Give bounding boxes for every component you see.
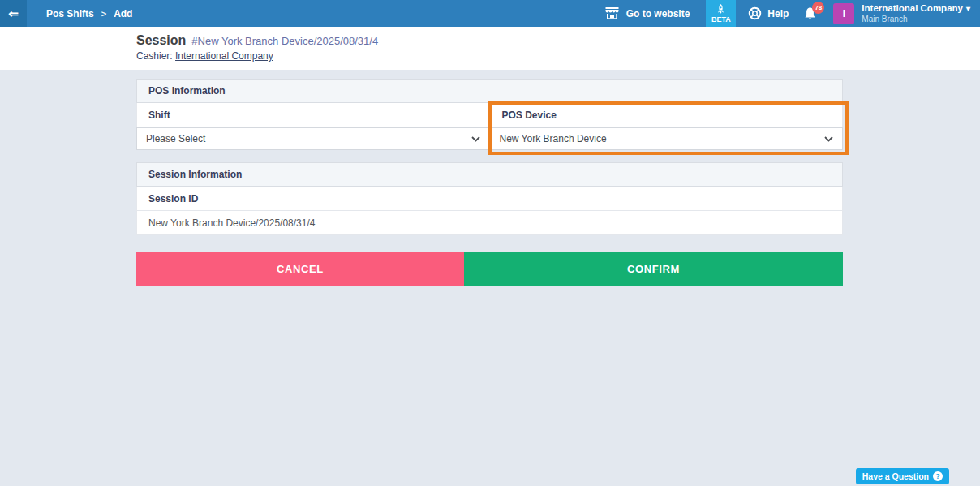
breadcrumb: Pos Shifts > Add xyxy=(46,8,132,19)
user-company-name: International Company▾ xyxy=(862,2,970,15)
pos-device-select[interactable]: New York Branch Device xyxy=(490,127,844,150)
user-menu[interactable]: I International Company▾ Main Branch xyxy=(833,2,970,24)
breadcrumb-pos-shifts[interactable]: Pos Shifts xyxy=(46,8,94,19)
session-id-label: Session ID xyxy=(136,187,843,211)
session-information-header: Session Information xyxy=(136,162,843,187)
user-text: International Company▾ Main Branch xyxy=(862,2,970,24)
beta-label: BETA xyxy=(711,15,731,24)
chevron-down-icon xyxy=(824,136,833,142)
topbar-right: Go to website BETA xyxy=(604,0,980,27)
storefront-icon xyxy=(604,7,620,19)
caret-down-icon: ▾ xyxy=(966,4,970,13)
chevron-down-icon xyxy=(471,136,480,142)
lifebuoy-icon xyxy=(748,6,762,20)
shift-select-value: Please Select xyxy=(146,133,205,144)
pos-information-header: POS Information xyxy=(136,79,843,103)
notification-count-badge: 78 xyxy=(812,2,824,14)
session-information-panel: Session Information Session ID New York … xyxy=(136,162,843,235)
pos-information-panel: POS Information Shift POS Device Please … xyxy=(136,79,843,150)
help-label: Help xyxy=(767,8,789,19)
cashier-link[interactable]: International Company xyxy=(175,50,273,62)
top-bar: ⇐ Pos Shifts > Add Go to website xyxy=(0,0,980,27)
have-a-question-button[interactable]: Have a Question ? xyxy=(856,468,949,484)
pos-device-select-value: New York Branch Device xyxy=(500,133,607,144)
go-to-website-label: Go to website xyxy=(626,8,690,19)
cashier-line: Cashier: International Company xyxy=(136,50,980,62)
user-branch-name: Main Branch xyxy=(862,15,970,25)
rocket-icon xyxy=(716,4,725,15)
pos-device-label: POS Device xyxy=(490,103,844,127)
confirm-button[interactable]: CONFIRM xyxy=(464,252,843,286)
action-buttons: CANCEL CONFIRM xyxy=(136,252,843,286)
shift-select[interactable]: Please Select xyxy=(136,127,490,150)
session-reference: #New York Branch Device/2025/08/31/4 xyxy=(191,35,378,47)
breadcrumb-add: Add xyxy=(114,8,132,19)
page-title: Session xyxy=(136,33,186,48)
shift-label: Shift xyxy=(136,103,490,127)
cancel-button[interactable]: CANCEL xyxy=(136,252,464,286)
session-id-value: New York Branch Device/2025/08/31/4 xyxy=(136,211,843,235)
collapse-menu-button[interactable]: ⇐ xyxy=(0,0,27,27)
avatar: I xyxy=(833,3,854,24)
question-mark-icon: ? xyxy=(933,471,943,481)
help-button[interactable]: Help xyxy=(748,6,789,20)
go-to-website-button[interactable]: Go to website xyxy=(604,7,690,19)
back-arrow-icon: ⇐ xyxy=(8,7,19,19)
page-header: Session #New York Branch Device/2025/08/… xyxy=(0,27,980,70)
beta-badge[interactable]: BETA xyxy=(706,0,736,27)
have-a-question-label: Have a Question xyxy=(862,471,929,481)
content-area: POS Information Shift POS Device Please … xyxy=(0,70,980,486)
breadcrumb-separator: > xyxy=(101,9,106,19)
cashier-label: Cashier: xyxy=(136,50,173,62)
notifications-button[interactable]: 78 xyxy=(803,6,817,21)
